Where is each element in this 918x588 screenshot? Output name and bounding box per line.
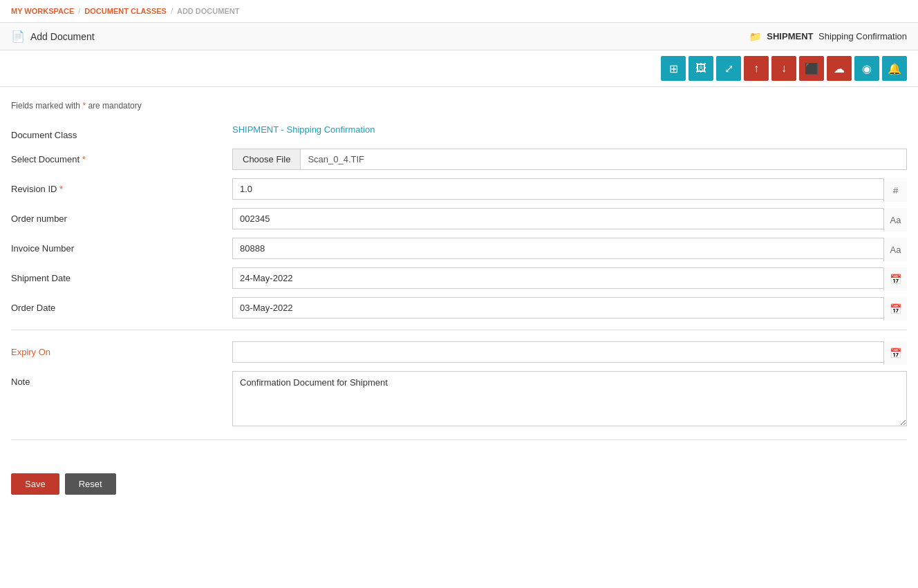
revision-id-wrap: # xyxy=(232,178,907,200)
shipment-date-input[interactable] xyxy=(232,267,907,289)
toolbar: ⊞ 🖼 ⤢ ↑ ↓ ⬛ ☁ ◉ 🔔 xyxy=(0,50,918,87)
palette-icon-btn[interactable]: ◉ xyxy=(854,56,879,81)
invoice-number-input[interactable] xyxy=(232,238,907,259)
order-date-wrap: 📅 xyxy=(232,297,907,319)
note-wrap xyxy=(232,371,907,428)
breadcrumb-current: ADD DOCUMENT xyxy=(177,7,239,15)
top-bar-left: 📄 Add Document xyxy=(11,30,95,43)
choose-file-button[interactable]: Choose File xyxy=(233,149,301,169)
select-document-wrap: Choose File Scan_0_4.TIF xyxy=(232,149,907,170)
expiry-on-input[interactable] xyxy=(232,341,907,363)
order-number-icon: Aa xyxy=(883,208,907,231)
top-bar-doc-class-sub: Shipping Confirmation xyxy=(816,31,907,41)
document-class-label: Document Class xyxy=(11,124,232,140)
select-document-required: * xyxy=(82,154,86,164)
expiry-on-label: Expiry On xyxy=(11,341,232,357)
top-bar-doc-class-folder: SHIPMENT xyxy=(767,31,813,41)
order-date-input[interactable] xyxy=(232,297,907,319)
document-class-link[interactable]: SHIPMENT - Shipping Confirmation xyxy=(232,124,375,135)
invoice-number-wrap: Aa xyxy=(232,238,907,259)
footer-buttons: Save Reset xyxy=(0,465,918,503)
note-label: Note xyxy=(11,371,232,387)
reset-button[interactable]: Reset xyxy=(65,473,116,495)
revision-id-required: * xyxy=(59,184,63,194)
form-area: Fields marked with * are mandatory Docum… xyxy=(0,87,918,465)
order-date-row: Order Date 📅 xyxy=(11,297,907,319)
invoice-number-row: Invoice Number Aa xyxy=(11,238,907,259)
order-number-input[interactable] xyxy=(232,208,907,229)
mandatory-asterisk: * xyxy=(82,101,86,111)
order-date-calendar-icon[interactable]: 📅 xyxy=(883,297,907,321)
invoice-number-icon: Aa xyxy=(883,238,907,261)
scan-icon-btn[interactable]: ⬛ xyxy=(799,56,824,81)
shipment-date-wrap: 📅 xyxy=(232,267,907,289)
expand-icon-btn[interactable]: ⤢ xyxy=(716,56,741,81)
document-icon: 📄 xyxy=(11,30,25,43)
cloud-icon-btn[interactable]: ☁ xyxy=(827,56,852,81)
revision-id-label: Revision ID * xyxy=(11,178,232,194)
breadcrumb: MY WORKSPACE / DOCUMENT CLASSES / ADD DO… xyxy=(0,0,918,23)
breadcrumb-sep2: / xyxy=(171,7,173,15)
shipment-date-row: Shipment Date 📅 xyxy=(11,267,907,289)
revision-id-input[interactable] xyxy=(232,178,907,200)
shipment-date-label: Shipment Date xyxy=(11,267,232,283)
save-button[interactable]: Save xyxy=(11,473,59,495)
order-number-wrap: Aa xyxy=(232,208,907,229)
breadcrumb-sep1: / xyxy=(78,7,80,15)
order-number-label: Order number xyxy=(11,208,232,224)
expiry-on-row: Expiry On 📅 xyxy=(11,341,907,363)
revision-id-row: Revision ID * # xyxy=(11,178,907,200)
top-bar-title: Add Document xyxy=(30,31,95,42)
folder-icon: 📁 xyxy=(749,31,761,42)
upload-icon-btn[interactable]: ↑ xyxy=(744,56,769,81)
image-icon-btn[interactable]: 🖼 xyxy=(688,56,713,81)
divider-2 xyxy=(11,439,907,440)
grid-icon-btn[interactable]: ⊞ xyxy=(661,56,686,81)
mandatory-note: Fields marked with * are mandatory xyxy=(11,101,907,111)
note-textarea[interactable] xyxy=(232,371,907,426)
order-number-row: Order number Aa xyxy=(11,208,907,229)
document-class-value: SHIPMENT - Shipping Confirmation xyxy=(232,124,907,135)
top-bar-right: 📁 SHIPMENT Shipping Confirmation xyxy=(749,31,907,42)
file-input-wrap: Choose File Scan_0_4.TIF xyxy=(232,149,907,170)
expiry-on-calendar-icon[interactable]: 📅 xyxy=(883,341,907,365)
note-row: Note xyxy=(11,371,907,428)
top-bar: 📄 Add Document 📁 SHIPMENT Shipping Confi… xyxy=(0,23,918,50)
file-name-display: Scan_0_4.TIF xyxy=(301,149,906,169)
order-date-label: Order Date xyxy=(11,297,232,313)
bell-icon-btn[interactable]: 🔔 xyxy=(882,56,907,81)
select-document-label: Select Document * xyxy=(11,149,232,164)
expiry-on-wrap: 📅 xyxy=(232,341,907,363)
download-icon-btn[interactable]: ↓ xyxy=(771,56,796,81)
select-document-row: Select Document * Choose File Scan_0_4.T… xyxy=(11,149,907,170)
divider-1 xyxy=(11,330,907,330)
breadcrumb-doc-classes[interactable]: DOCUMENT CLASSES xyxy=(84,7,167,15)
shipment-date-calendar-icon[interactable]: 📅 xyxy=(883,267,907,291)
invoice-number-label: Invoice Number xyxy=(11,238,232,254)
document-class-row: Document Class SHIPMENT - Shipping Confi… xyxy=(11,124,907,140)
breadcrumb-workspace[interactable]: MY WORKSPACE xyxy=(11,7,74,15)
revision-id-icon: # xyxy=(883,178,907,202)
